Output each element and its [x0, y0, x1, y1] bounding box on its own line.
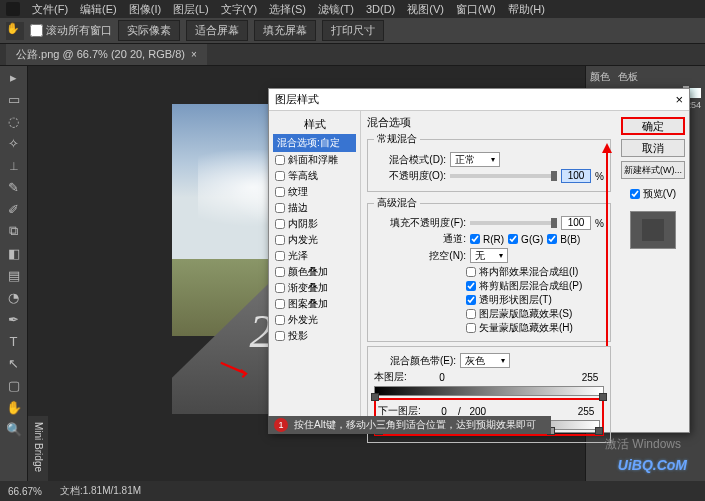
advanced-blending-group: 高级混合 填充不透明度(F): 100% 通道: R(R) G(G) B(B) …	[367, 196, 611, 342]
menu-help[interactable]: 帮助(H)	[508, 2, 545, 17]
fill-input[interactable]: 100	[561, 216, 591, 230]
menu-3d[interactable]: 3D(D)	[366, 3, 395, 15]
style-gradient-overlay[interactable]: 渐变叠加	[273, 280, 356, 296]
fill-opacity-label: 填充不透明度(F):	[374, 216, 466, 230]
dialog-buttons: 确定 取消 新建样式(W)... 预览(V)	[617, 111, 689, 432]
style-color-overlay[interactable]: 颜色叠加	[273, 264, 356, 280]
style-texture[interactable]: 纹理	[273, 184, 356, 200]
new-style-button[interactable]: 新建样式(W)...	[621, 161, 685, 179]
fit-screen-button[interactable]: 适合屏幕	[186, 20, 248, 41]
menu-layer[interactable]: 图层(L)	[173, 2, 208, 17]
style-contour[interactable]: 等高线	[273, 168, 356, 184]
adv-chk-clipped[interactable]: 将剪贴图层混合成组(P)	[466, 279, 604, 293]
wand-tool-icon[interactable]: ✧	[0, 132, 27, 154]
blend-options-heading: 混合选项	[367, 115, 611, 130]
swatches-panel-tab[interactable]: 色板	[618, 70, 638, 84]
this-layer-label: 本图层:	[374, 370, 426, 384]
channels-label: 通道:	[374, 232, 466, 246]
this-layer-gradient[interactable]	[374, 386, 604, 396]
chevron-down-icon: ▾	[501, 356, 505, 365]
style-inner-glow[interactable]: 内发光	[273, 232, 356, 248]
hand-tool-icon2[interactable]: ✋	[0, 396, 27, 418]
opacity-input[interactable]: 100	[561, 169, 591, 183]
dialog-close-icon[interactable]: ×	[675, 92, 683, 107]
eyedropper-tool-icon[interactable]: ✎	[0, 176, 27, 198]
blend-mode-select[interactable]: 正常▾	[450, 152, 500, 167]
tip-text: 按住Alt键，移动小三角到适合位置，达到预期效果即可	[294, 418, 536, 432]
toolbox: ▸ ▭ ◌ ✧ ⟂ ✎ ✐ ⧉ ◧ ▤ ◔ ✒ T ↖ ▢ ✋ 🔍	[0, 66, 28, 481]
menu-window[interactable]: 窗口(W)	[456, 2, 496, 17]
blur-tool-icon[interactable]: ◔	[0, 286, 27, 308]
knockout-select[interactable]: 无▾	[470, 248, 508, 263]
tip-number-badge: 1	[274, 418, 288, 432]
channel-g[interactable]: G(G)	[508, 234, 543, 245]
blend-mode-label: 混合模式(D):	[374, 153, 446, 167]
channel-r[interactable]: R(R)	[470, 234, 504, 245]
layer-style-dialog: 图层样式 × 样式 混合选项:自定 斜面和浮雕 等高线 纹理 描边 内阴影 内发…	[268, 88, 690, 433]
opacity-label: 不透明度(O):	[374, 169, 446, 183]
menu-view[interactable]: 视图(V)	[407, 2, 444, 17]
activate-windows-text: 激活 Windows	[605, 436, 681, 453]
blend-if-label: 混合颜色带(E):	[374, 354, 456, 368]
gradient-tool-icon[interactable]: ▤	[0, 264, 27, 286]
style-inner-shadow[interactable]: 内阴影	[273, 216, 356, 232]
scroll-all-checkbox[interactable]: 滚动所有窗口	[30, 23, 112, 38]
opacity-slider[interactable]	[450, 174, 557, 178]
ok-button[interactable]: 确定	[621, 117, 685, 135]
print-size-button[interactable]: 打印尺寸	[322, 20, 384, 41]
style-satin[interactable]: 光泽	[273, 248, 356, 264]
watermark: UiBQ.CoM	[618, 457, 687, 473]
dialog-titlebar[interactable]: 图层样式 ×	[269, 89, 689, 111]
crop-tool-icon[interactable]: ⟂	[0, 154, 27, 176]
side-tabs[interactable]: Mini Bridge 时间轴	[28, 416, 48, 481]
fill-screen-button[interactable]: 填充屏幕	[254, 20, 316, 41]
pen-tool-icon[interactable]: ✒	[0, 308, 27, 330]
fill-slider[interactable]	[470, 221, 557, 225]
document-tab[interactable]: 公路.png @ 66.7% (20 20, RGB/8) ×	[6, 44, 207, 65]
blending-options-item[interactable]: 混合选项:自定	[273, 134, 356, 152]
menu-edit[interactable]: 编辑(E)	[80, 2, 117, 17]
style-stroke[interactable]: 描边	[273, 200, 356, 216]
shape-tool-icon[interactable]: ▢	[0, 374, 27, 396]
menu-type[interactable]: 文字(Y)	[221, 2, 258, 17]
options-bar: ✋ 滚动所有窗口 实际像素 适合屏幕 填充屏幕 打印尺寸	[0, 18, 705, 44]
adv-chk-vectormask[interactable]: 矢量蒙版隐藏效果(H)	[466, 321, 604, 335]
menu-image[interactable]: 图像(I)	[129, 2, 161, 17]
color-panel-tab[interactable]: 颜色	[590, 70, 610, 84]
adv-chk-interior[interactable]: 将内部效果混合成组(I)	[466, 265, 604, 279]
eraser-tool-icon[interactable]: ◧	[0, 242, 27, 264]
stamp-tool-icon[interactable]: ⧉	[0, 220, 27, 242]
marquee-tool-icon[interactable]: ▭	[0, 88, 27, 110]
adv-chk-layermask[interactable]: 图层蒙版隐藏效果(S)	[466, 307, 604, 321]
menu-file[interactable]: 文件(F)	[32, 2, 68, 17]
hand-tool-icon[interactable]: ✋	[6, 22, 24, 40]
style-pattern-overlay[interactable]: 图案叠加	[273, 296, 356, 312]
style-drop-shadow[interactable]: 投影	[273, 328, 356, 344]
zoom-level[interactable]: 66.67%	[8, 486, 42, 497]
blend-if-select[interactable]: 灰色▾	[460, 353, 510, 368]
close-tab-icon[interactable]: ×	[191, 49, 197, 60]
channel-b[interactable]: B(B)	[547, 234, 580, 245]
actual-pixels-button[interactable]: 实际像素	[118, 20, 180, 41]
menu-filter[interactable]: 滤镜(T)	[318, 2, 354, 17]
style-outer-glow[interactable]: 外发光	[273, 312, 356, 328]
style-bevel[interactable]: 斜面和浮雕	[273, 152, 356, 168]
zoom-tool-icon[interactable]: 🔍	[0, 418, 27, 440]
type-tool-icon[interactable]: T	[0, 330, 27, 352]
move-tool-icon[interactable]: ▸	[0, 66, 27, 88]
style-list-header: 样式	[273, 115, 356, 134]
cancel-button[interactable]: 取消	[621, 139, 685, 157]
app-logo	[6, 2, 20, 16]
preview-checkbox[interactable]: 预览(V)	[630, 187, 676, 201]
menu-bar: 文件(F) 编辑(E) 图像(I) 图层(L) 文字(Y) 选择(S) 滤镜(T…	[0, 0, 705, 18]
brush-tool-icon[interactable]: ✐	[0, 198, 27, 220]
dialog-content: 混合选项 常规混合 混合模式(D): 正常▾ 不透明度(O): 100% 高级混…	[361, 111, 617, 432]
adv-chk-transparency[interactable]: 透明形状图层(T)	[466, 293, 604, 307]
general-blending-group: 常规混合 混合模式(D): 正常▾ 不透明度(O): 100%	[367, 132, 611, 192]
path-tool-icon[interactable]: ↖	[0, 352, 27, 374]
status-bar: 66.67% 文档:1.81M/1.81M	[0, 481, 705, 501]
preview-swatch	[630, 211, 676, 249]
lasso-tool-icon[interactable]: ◌	[0, 110, 27, 132]
menu-select[interactable]: 选择(S)	[269, 2, 306, 17]
knockout-label: 挖空(N):	[374, 249, 466, 263]
